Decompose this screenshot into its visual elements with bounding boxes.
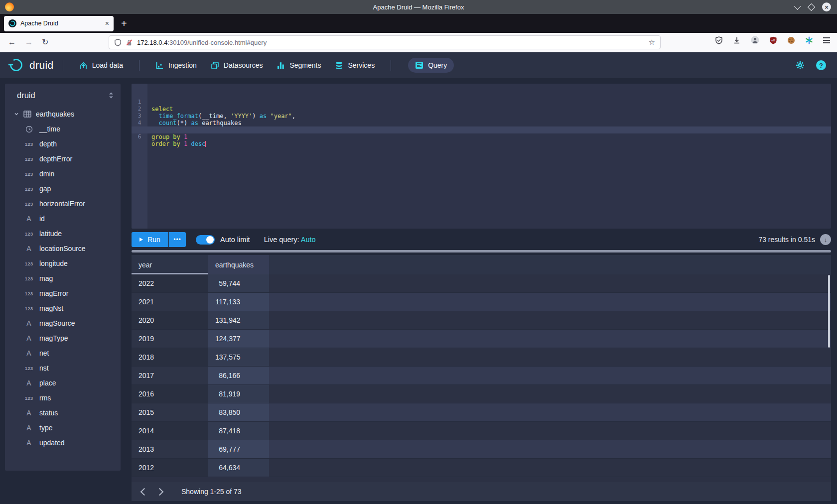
cell-year[interactable]: 2012 xyxy=(132,459,208,477)
cell-year[interactable]: 2015 xyxy=(132,403,208,421)
cell-earthquakes[interactable]: 124,377 xyxy=(208,330,269,348)
editor-line[interactable]: 6 order by 1 desc xyxy=(132,126,831,133)
sidebar-column[interactable]: 123 rms xyxy=(5,390,121,405)
cell-earthquakes[interactable]: 83,850 xyxy=(208,403,269,421)
cell-year[interactable]: 2018 xyxy=(132,348,208,366)
sidebar-column[interactable]: A magSource xyxy=(5,316,121,331)
chevron-down-icon[interactable] xyxy=(14,112,19,117)
cell-earthquakes[interactable]: 81,919 xyxy=(208,385,269,403)
tracking-shield-icon[interactable] xyxy=(114,39,122,46)
sidebar-column[interactable]: A place xyxy=(5,376,121,390)
nav-query[interactable]: Query xyxy=(408,58,454,73)
nav-segments[interactable]: Segments xyxy=(277,61,321,70)
result-row[interactable]: 2013 69,777 xyxy=(132,440,831,459)
live-query-value[interactable]: Auto xyxy=(301,236,316,244)
url-bar[interactable]: 172.18.0.4:30109/unified-console.html#qu… xyxy=(109,35,661,49)
tab-close-icon[interactable]: × xyxy=(105,20,109,27)
sidebar-column[interactable]: 123 magNst xyxy=(5,301,121,316)
sidebar-column[interactable]: 123 depthError xyxy=(5,151,121,166)
sidebar-column[interactable]: A updated xyxy=(5,435,121,450)
run-more-button[interactable]: ••• xyxy=(169,232,186,247)
sql-editor[interactable]: 1 select 2 time_format(__time, 'YYYY') a… xyxy=(132,84,831,229)
cell-year[interactable]: 2016 xyxy=(132,385,208,403)
cell-earthquakes[interactable]: 64,634 xyxy=(208,459,269,477)
druid-brand[interactable]: druid xyxy=(0,58,54,73)
sidebar-column[interactable]: A locationSource xyxy=(5,241,121,256)
insecure-lock-icon[interactable] xyxy=(126,39,133,46)
editor-line[interactable]: 4 from earthquakes xyxy=(132,113,831,120)
new-tab-button[interactable]: + xyxy=(121,18,127,28)
sidebar-column[interactable]: __time xyxy=(5,122,121,136)
nav-ingestion[interactable]: Ingestion xyxy=(155,61,197,70)
cell-earthquakes[interactable]: 131,942 xyxy=(208,311,269,329)
cell-year[interactable]: 2019 xyxy=(132,330,208,348)
vertical-scrollbar[interactable] xyxy=(828,275,830,348)
next-page-icon[interactable] xyxy=(156,488,164,496)
nav-services[interactable]: Services xyxy=(335,61,375,70)
back-button[interactable]: ← xyxy=(8,37,16,48)
account-avatar-icon[interactable] xyxy=(751,36,759,44)
sidebar-column[interactable]: 123 gap xyxy=(5,181,121,196)
cell-year[interactable]: 2021 xyxy=(132,293,208,311)
cell-year[interactable]: 2020 xyxy=(132,311,208,329)
cell-year[interactable]: 2014 xyxy=(132,422,208,440)
result-row[interactable]: 2017 86,166 xyxy=(132,367,831,385)
cell-earthquakes[interactable]: 59,744 xyxy=(208,274,269,292)
result-row[interactable]: 2012 64,634 xyxy=(132,459,831,477)
shield-check-icon[interactable] xyxy=(715,36,723,44)
sidebar-column[interactable]: 123 latitude xyxy=(5,226,121,241)
editor-line[interactable]: 2 time_format(__time, 'YYYY') as "year", xyxy=(132,99,831,106)
forward-button[interactable]: → xyxy=(25,37,33,48)
cell-earthquakes[interactable]: 137,575 xyxy=(208,348,269,366)
sidebar-column[interactable]: A status xyxy=(5,405,121,420)
result-row[interactable]: 2020 131,942 xyxy=(132,311,831,330)
cell-year[interactable]: 2013 xyxy=(132,440,208,458)
cookie-icon[interactable] xyxy=(787,36,795,44)
window-maximize-icon[interactable] xyxy=(808,3,816,11)
sidebar-column[interactable]: 123 magError xyxy=(5,286,121,301)
nav-load-data[interactable]: Load data xyxy=(79,61,123,70)
column-header-earthquakes[interactable]: earthquakes xyxy=(208,255,269,274)
cell-earthquakes[interactable]: 69,777 xyxy=(208,440,269,458)
sidebar-column[interactable]: 123 horizontalError xyxy=(5,196,121,211)
browser-tab[interactable]: Apache Druid × xyxy=(4,16,114,31)
cell-year[interactable]: 2022 xyxy=(132,274,208,292)
double-caret-sort-icon[interactable] xyxy=(109,92,114,99)
sidebar-column[interactable]: A magType xyxy=(5,331,121,346)
editor-line[interactable]: 5 group by 1 xyxy=(132,120,831,126)
editor-line[interactable]: 1 select xyxy=(132,92,831,99)
sidebar-column[interactable]: 123 dmin xyxy=(5,166,121,181)
ublock-origin-icon[interactable]: uO xyxy=(769,36,777,44)
result-row[interactable]: 2014 87,418 xyxy=(132,422,831,440)
sidebar-column[interactable]: A id xyxy=(5,211,121,226)
editor-line[interactable]: 3 count(*) as earthquakes xyxy=(132,106,831,113)
result-row[interactable]: 2022 59,744 xyxy=(132,274,831,293)
sidebar-table-earthquakes[interactable]: earthquakes xyxy=(5,107,121,122)
menu-hamburger-icon[interactable] xyxy=(823,37,830,43)
auto-limit-toggle[interactable] xyxy=(196,235,215,245)
horizontal-scrollbar[interactable] xyxy=(132,250,831,252)
downloads-icon[interactable] xyxy=(733,36,741,44)
result-row[interactable]: 2018 137,575 xyxy=(132,348,831,367)
extension-starburst-icon[interactable] xyxy=(805,36,813,44)
sidebar-column[interactable]: 123 nst xyxy=(5,361,121,376)
sidebar-column[interactable]: 123 depth xyxy=(5,136,121,151)
result-row[interactable]: 2019 124,377 xyxy=(132,330,831,348)
sidebar-column[interactable]: 123 mag xyxy=(5,271,121,286)
cell-year[interactable]: 2017 xyxy=(132,367,208,384)
result-row[interactable]: 2016 81,919 xyxy=(132,385,831,403)
previous-page-icon[interactable] xyxy=(140,488,148,496)
sidebar-column[interactable]: A type xyxy=(5,420,121,435)
column-header-year[interactable]: year xyxy=(132,255,208,274)
cell-earthquakes[interactable]: 86,166 xyxy=(208,367,269,384)
bookmark-star-icon[interactable]: ☆ xyxy=(649,38,655,47)
help-icon[interactable]: ? xyxy=(816,60,826,70)
reload-button[interactable]: ↻ xyxy=(42,37,48,48)
cell-earthquakes[interactable]: 117,133 xyxy=(208,293,269,311)
result-row[interactable]: 2015 83,850 xyxy=(132,403,831,422)
settings-gear-icon[interactable] xyxy=(795,60,805,70)
window-close-icon[interactable]: × xyxy=(822,2,831,11)
download-results-icon[interactable]: ↓ xyxy=(820,234,831,245)
nav-datasources[interactable]: Datasources xyxy=(211,61,263,70)
sidebar-column[interactable]: A net xyxy=(5,346,121,361)
